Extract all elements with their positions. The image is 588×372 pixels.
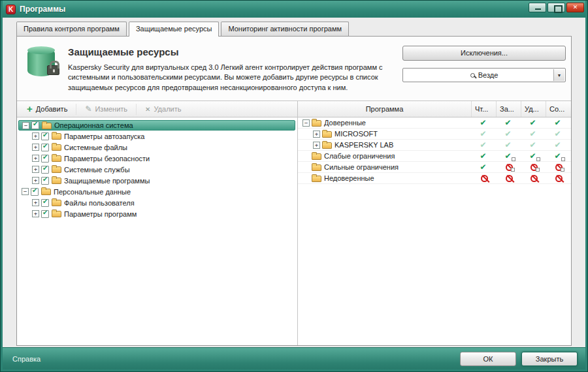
checkbox-icon[interactable] (41, 144, 49, 151)
delete-button-label: Удалить (154, 105, 181, 113)
allow-inherited-icon[interactable] (505, 141, 514, 149)
allow-inherited-icon[interactable] (530, 141, 538, 149)
tab-protected-resources[interactable]: Защищаемые ресурсы (129, 22, 220, 37)
allow-inherited-icon[interactable] (505, 130, 514, 138)
table-header: Программа Чт... За... Уд... Со... (298, 101, 571, 117)
tree-item-program-settings[interactable]: Параметры программ (17, 208, 297, 219)
allow-icon[interactable] (480, 119, 489, 127)
tree-item-autorun-settings[interactable]: Параметры автозапуска (17, 131, 297, 142)
add-button[interactable]: Добавить (23, 104, 76, 115)
ok-button[interactable]: ОК (460, 352, 516, 366)
expand-icon[interactable] (32, 132, 39, 140)
perm-cell (472, 162, 497, 172)
group-label: Доверенные (324, 119, 366, 127)
allow-prompt-icon[interactable] (555, 152, 563, 161)
allow-inherited-icon[interactable] (555, 130, 563, 138)
block-icon[interactable] (531, 175, 538, 182)
allow-icon[interactable] (530, 119, 538, 127)
column-header-create: Со... (546, 101, 571, 117)
edit-button[interactable]: Изменить (76, 104, 136, 115)
maximize-icon[interactable] (547, 3, 565, 12)
column-header-delete: Уд... (521, 101, 546, 117)
checkbox-icon[interactable] (31, 121, 39, 129)
allow-icon[interactable] (505, 119, 514, 127)
kaspersky-app-icon (6, 5, 16, 14)
resources-toolbar: Добавить Изменить Удалить (17, 101, 297, 117)
minimize-icon[interactable] (529, 3, 546, 12)
allow-icon[interactable] (480, 152, 489, 161)
table-row-trusted[interactable]: Доверенные (298, 117, 571, 129)
checkbox-icon[interactable] (41, 199, 49, 207)
block-prompt-icon[interactable] (506, 164, 513, 171)
checkbox-icon[interactable] (41, 177, 49, 185)
perm-cell (546, 162, 571, 172)
block-icon[interactable] (506, 175, 513, 182)
block-icon[interactable] (555, 175, 563, 182)
collapse-icon[interactable] (302, 119, 310, 127)
collapse-icon[interactable] (22, 188, 29, 195)
table-row-kaspersky-lab[interactable]: KASPERSKY LAB (298, 140, 571, 151)
tab-application-activity-monitoring[interactable]: Мониторинг активности программ (221, 22, 349, 36)
help-link[interactable]: Справка (12, 355, 41, 363)
block-icon[interactable] (481, 175, 488, 182)
expand-icon[interactable] (32, 199, 39, 206)
exclusions-button[interactable]: Исключения... (402, 46, 566, 61)
allow-inherited-icon[interactable] (555, 141, 563, 149)
search-scope-combobox[interactable]: Везде (402, 68, 566, 82)
table-row-untrusted[interactable]: Недоверенные (298, 173, 571, 184)
allow-inherited-icon[interactable] (480, 130, 489, 138)
folder-icon (312, 120, 321, 127)
column-header-read: Чт... (472, 101, 497, 117)
tree-item-personal-data[interactable]: Персональные данные (17, 186, 297, 197)
allow-inherited-icon[interactable] (480, 141, 489, 149)
checkbox-icon[interactable] (41, 132, 49, 140)
close-icon[interactable] (566, 3, 584, 12)
expand-icon[interactable] (32, 144, 39, 151)
perm-cell (521, 129, 546, 139)
expand-icon[interactable] (32, 210, 39, 217)
block-prompt-icon[interactable] (531, 164, 538, 171)
table-row-microsoft[interactable]: MICROSOFT (298, 129, 571, 140)
expand-icon[interactable] (32, 177, 39, 184)
allow-prompt-icon[interactable] (530, 152, 538, 161)
expand-icon[interactable] (313, 142, 320, 149)
tree-item-label: Параметры безопасности (64, 155, 150, 163)
panel-header: Защищаемые ресурсы Kaspersky Security дл… (17, 37, 571, 101)
checkbox-icon[interactable] (41, 166, 49, 174)
perm-cell (546, 173, 571, 183)
table-row-high-restricted[interactable]: Сильные ограничения (298, 162, 571, 173)
perm-cell (521, 140, 546, 150)
checkbox-icon[interactable] (41, 155, 49, 163)
allow-inherited-icon[interactable] (530, 130, 538, 138)
block-prompt-icon[interactable] (555, 164, 563, 171)
tree-item-system-files[interactable]: Системные файлы (17, 142, 297, 153)
allow-prompt-icon[interactable] (505, 152, 514, 161)
allow-icon[interactable] (555, 119, 563, 127)
perm-cell (497, 140, 521, 150)
expand-icon[interactable] (32, 155, 39, 162)
expand-icon[interactable] (32, 166, 39, 173)
checkbox-icon[interactable] (41, 210, 49, 218)
allow-icon[interactable] (480, 163, 489, 172)
collapse-icon[interactable] (22, 122, 29, 129)
resources-tree: Операционная система Параметры автозапус… (17, 117, 297, 345)
tree-item-security-settings[interactable]: Параметры безопасности (17, 153, 297, 164)
close-button[interactable]: Закрыть (521, 352, 578, 366)
perm-cell (521, 151, 546, 161)
tree-item-protected-programs[interactable]: Защищаемые программы (17, 175, 297, 186)
perm-cell (472, 129, 497, 139)
group-label: Недоверенные (324, 174, 374, 182)
chevron-down-icon[interactable] (553, 69, 564, 81)
checkbox-icon[interactable] (31, 188, 39, 196)
titlebar[interactable]: Программы (3, 1, 585, 18)
table-row-low-restricted[interactable]: Слабые ограничения (298, 151, 571, 162)
tab-application-control-rules[interactable]: Правила контроля программ (16, 22, 127, 36)
perm-cell (521, 162, 546, 172)
tree-item-user-files[interactable]: Файлы пользователя (17, 197, 297, 208)
delete-button[interactable]: Удалить (136, 104, 189, 115)
tree-item-system-services[interactable]: Системные службы (17, 164, 297, 175)
tree-item-label: Параметры программ (64, 210, 137, 218)
tree-item-operating-system[interactable]: Операционная система (18, 120, 295, 131)
expand-icon[interactable] (313, 131, 320, 138)
folder-icon (42, 123, 52, 129)
